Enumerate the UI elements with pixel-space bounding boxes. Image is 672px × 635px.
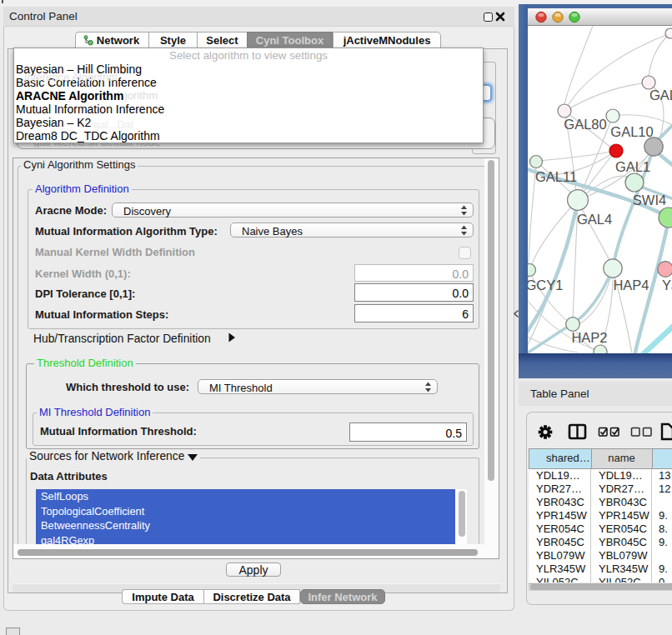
svg-text:HAP2: HAP2	[571, 330, 607, 345]
svg-text:GCY1: GCY1	[528, 278, 563, 292]
svg-text:YJ: YJ	[662, 278, 672, 292]
svg-text:GAL80: GAL80	[564, 117, 606, 132]
svg-text:GAL11: GAL11	[535, 169, 577, 184]
svg-text:GAL7: GAL7	[649, 88, 672, 102]
svg-text:GAL1: GAL1	[615, 159, 650, 174]
svg-text:GAL10: GAL10	[610, 124, 653, 139]
svg-text:SWI4: SWI4	[633, 192, 666, 208]
svg-text:HAP4: HAP4	[613, 278, 649, 292]
svg-text:GAL4: GAL4	[577, 212, 612, 227]
